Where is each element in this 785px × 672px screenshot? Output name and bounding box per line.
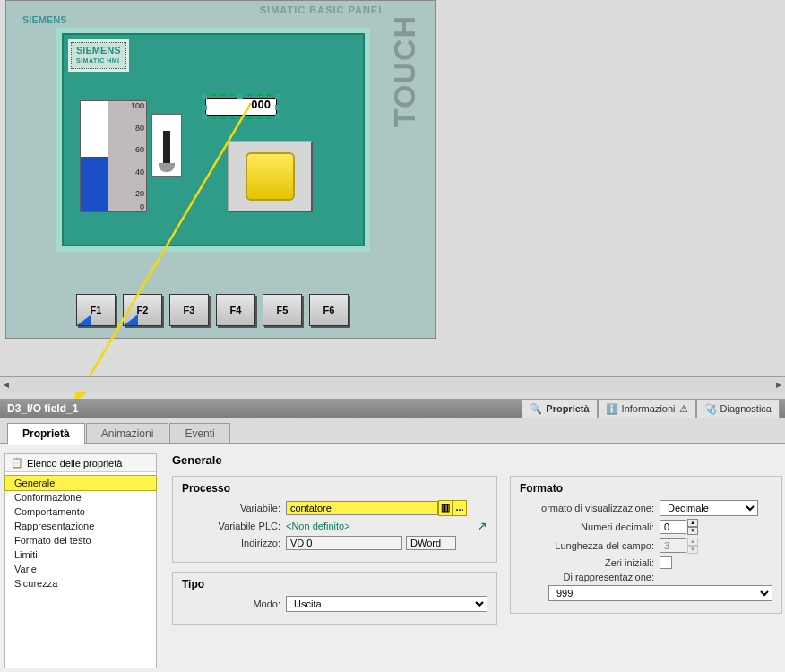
page-title: Generale bbox=[172, 453, 772, 470]
fkey-f1[interactable]: F1 bbox=[76, 294, 116, 326]
tab-diagnostics[interactable]: 🩺Diagnostica bbox=[696, 399, 780, 418]
tree-item-generale[interactable]: Generale bbox=[5, 476, 156, 490]
variabile-input[interactable] bbox=[286, 501, 438, 515]
tree-item-conformazione[interactable]: Conformazione bbox=[5, 490, 156, 504]
indirizzo-value bbox=[286, 536, 402, 550]
property-tree-header: 📋 Elenco delle proprietà bbox=[5, 454, 156, 472]
function-key-row: F1 F2 F3 F4 F5 F6 bbox=[76, 294, 349, 326]
variabile-browse-button[interactable]: ▥ bbox=[438, 500, 453, 516]
property-tree: 📋 Elenco delle proprietà Generale Confor… bbox=[4, 453, 157, 668]
field-length-input bbox=[660, 538, 686, 553]
group-tipo: Tipo Modo: Uscita bbox=[172, 572, 497, 625]
variabile-more-button[interactable]: ... bbox=[453, 500, 467, 516]
io-field[interactable]: OOO bbox=[205, 98, 277, 116]
list-icon: 📋 bbox=[11, 457, 23, 469]
fkey-f4[interactable]: F4 bbox=[216, 294, 255, 326]
variabile-plc-value[interactable]: <Non definito> bbox=[286, 521, 350, 531]
bar-gauge: 100 80 60 40 20 0 bbox=[80, 100, 147, 212]
representation-select[interactable]: 999 bbox=[548, 585, 772, 601]
push-button[interactable] bbox=[228, 141, 313, 212]
display-format-select[interactable]: Decimale bbox=[660, 500, 758, 516]
siemens-badge: SIEMENS SIMATIC HMI bbox=[71, 42, 126, 69]
decimals-down[interactable]: ▼ bbox=[687, 527, 698, 535]
fkey-f6[interactable]: F6 bbox=[309, 294, 349, 326]
fkey-f2[interactable]: F2 bbox=[123, 294, 162, 326]
editor-scrollbar[interactable] bbox=[0, 376, 785, 392]
touch-label: TOUCH bbox=[387, 15, 422, 127]
tree-item-limiti[interactable]: Limiti bbox=[5, 547, 156, 562]
tab-information[interactable]: ℹ️Informazioni ⚠ bbox=[598, 399, 696, 418]
decimals-up[interactable]: ▲ bbox=[687, 519, 698, 527]
fkey-f5[interactable]: F5 bbox=[263, 294, 302, 326]
leading-zeros-checkbox[interactable] bbox=[660, 556, 672, 569]
tree-item-formato-testo[interactable]: Formato del testo bbox=[5, 533, 156, 547]
decimals-input[interactable] bbox=[660, 520, 686, 534]
tree-item-varie[interactable]: Varie bbox=[5, 562, 156, 576]
fkey-f3[interactable]: F3 bbox=[169, 294, 209, 326]
tree-item-comportamento[interactable]: Comportamento bbox=[5, 504, 156, 519]
tree-item-sicurezza[interactable]: Sicurezza bbox=[5, 576, 156, 590]
indicator-icon bbox=[151, 114, 182, 177]
indirizzo-type bbox=[406, 536, 456, 550]
panel-title: SIMATIC BASIC PANEL bbox=[260, 4, 385, 15]
group-processo: Processo Variabile: ▥ ... Variabile PLC:… bbox=[172, 476, 497, 563]
goto-arrow-icon[interactable]: ↗ bbox=[477, 519, 487, 533]
siemens-brand: SIEMENS bbox=[22, 14, 67, 25]
hmi-screen: SIEMENS SIMATIC HMI 100 80 60 40 20 0 OO… bbox=[56, 28, 370, 252]
subtab-properties[interactable]: Proprietà bbox=[7, 423, 85, 445]
tab-properties[interactable]: 🔍Proprietà bbox=[522, 399, 597, 418]
group-formato: Formato ormato di visualizzazione: Decim… bbox=[510, 476, 782, 614]
modo-select[interactable]: Uscita bbox=[286, 596, 487, 612]
hmi-panel: SIMATIC BASIC PANEL TOUCH SIEMENS SIEMEN… bbox=[5, 0, 436, 339]
tree-item-rappresentazione[interactable]: Rappresentazione bbox=[5, 519, 156, 533]
